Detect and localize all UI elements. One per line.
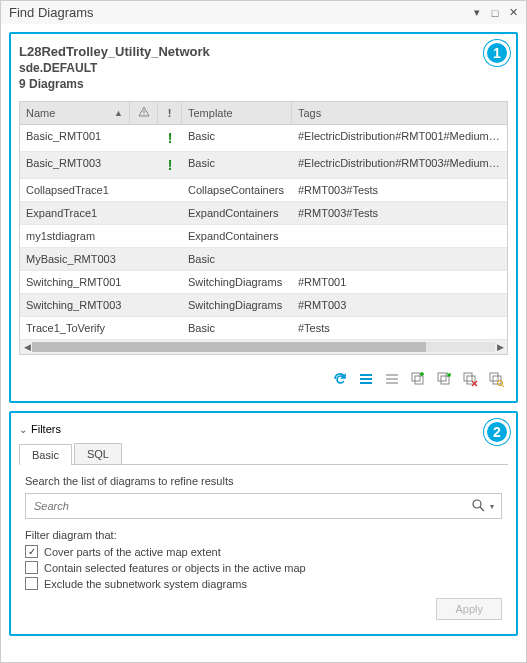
tab-basic[interactable]: Basic	[19, 444, 72, 465]
cell-tags: #ElectricDistribution#RMT003#Medium Volt…	[292, 152, 507, 178]
table-row[interactable]: my1stdiagramExpandContainers	[20, 225, 507, 248]
cell-name: MyBasic_RMT003	[20, 248, 130, 270]
cell-template: Basic	[182, 248, 292, 270]
cell-warning	[130, 152, 158, 178]
maximize-icon[interactable]: □	[488, 6, 502, 20]
filter-diagram-label: Filter diagram that:	[25, 529, 502, 541]
table-row[interactable]: Basic_RMT003!Basic#ElectricDistribution#…	[20, 152, 507, 179]
callout-badge-1: 1	[484, 40, 510, 66]
consistency-icon: !	[168, 107, 172, 119]
svg-rect-3	[360, 378, 372, 380]
table-row[interactable]: Switching_RMT001SwitchingDiagrams#RMT001	[20, 271, 507, 294]
cell-tags: #RMT003#Tests	[292, 202, 507, 224]
checkbox-selected-label: Contain selected features or objects in …	[44, 562, 306, 574]
cell-name: Basic_RMT003	[20, 152, 130, 178]
column-header-name[interactable]: Name ▲	[20, 102, 130, 124]
cell-warning	[130, 125, 158, 151]
close-icon[interactable]: ✕	[506, 6, 520, 20]
svg-point-18	[473, 500, 481, 508]
add-diagrams-button[interactable]	[408, 369, 428, 389]
table-row[interactable]: CollapsedTrace1CollapseContainers#RMT003…	[20, 179, 507, 202]
svg-point-1	[143, 114, 144, 115]
scroll-left-icon[interactable]: ◀	[22, 342, 32, 352]
cell-warning	[130, 271, 158, 293]
network-name: L28RedTrolley_Utility_Network	[19, 44, 508, 59]
window-title: Find Diagrams	[9, 5, 466, 20]
column-header-warning[interactable]	[130, 102, 158, 124]
dropdown-icon[interactable]: ▾	[470, 6, 484, 20]
filters-title: Filters	[31, 423, 61, 435]
cell-name: my1stdiagram	[20, 225, 130, 247]
scroll-track[interactable]	[32, 342, 495, 352]
cell-consistency	[158, 179, 182, 201]
cell-name: Switching_RMT003	[20, 294, 130, 316]
checkbox-row-exclude[interactable]: Exclude the subnetwork system diagrams	[25, 577, 502, 590]
scroll-right-icon[interactable]: ▶	[495, 342, 505, 352]
cell-name: CollapsedTrace1	[20, 179, 130, 201]
cell-template: Basic	[182, 317, 292, 339]
checkbox-row-extent[interactable]: ✓ Cover parts of the active map extent	[25, 545, 502, 558]
search-dropdown-icon[interactable]: ▾	[487, 502, 497, 511]
cell-consistency	[158, 317, 182, 339]
cell-template: SwitchingDiagrams	[182, 294, 292, 316]
search-input[interactable]	[30, 496, 469, 516]
checkbox-exclude-label: Exclude the subnetwork system diagrams	[44, 578, 247, 590]
zoom-diagrams-button[interactable]	[486, 369, 506, 389]
checkbox-selected[interactable]	[25, 561, 38, 574]
cell-tags	[292, 248, 507, 270]
checkbox-row-selected[interactable]: Contain selected features or objects in …	[25, 561, 502, 574]
column-header-tags-label: Tags	[298, 107, 321, 119]
filters-header[interactable]: ⌄ Filters	[19, 421, 508, 441]
select-all-button[interactable]	[356, 369, 376, 389]
cell-warning	[130, 248, 158, 270]
svg-rect-7	[386, 382, 398, 384]
cell-template: Basic	[182, 125, 292, 151]
svg-rect-11	[441, 376, 449, 384]
cell-consistency: !	[158, 152, 182, 178]
apply-button[interactable]: Apply	[436, 598, 502, 620]
svg-rect-6	[386, 378, 398, 380]
cell-warning	[130, 317, 158, 339]
cell-consistency	[158, 294, 182, 316]
cell-name: Basic_RMT001	[20, 125, 130, 151]
sort-asc-icon: ▲	[114, 108, 123, 118]
find-diagrams-pane: Find Diagrams ▾ □ ✕ 1 L28RedTrolley_Util…	[0, 0, 527, 663]
horizontal-scrollbar[interactable]: ◀ ▶	[20, 340, 507, 354]
cell-template: CollapseContainers	[182, 179, 292, 201]
chevron-down-icon: ⌄	[19, 424, 27, 435]
refresh-button[interactable]	[330, 369, 350, 389]
cell-consistency	[158, 248, 182, 270]
cell-tags	[292, 225, 507, 247]
svg-rect-8	[412, 373, 420, 381]
column-header-template[interactable]: Template	[182, 102, 292, 124]
svg-rect-4	[360, 382, 372, 384]
svg-rect-12	[464, 373, 472, 381]
version-name: sde.DEFAULT	[19, 61, 508, 75]
clear-selection-button[interactable]	[382, 369, 402, 389]
cell-warning	[130, 294, 158, 316]
grid-body: Basic_RMT001!Basic#ElectricDistribution#…	[20, 125, 507, 340]
svg-rect-14	[490, 373, 498, 381]
cell-template: ExpandContainers	[182, 225, 292, 247]
table-row[interactable]: Switching_RMT003SwitchingDiagrams#RMT003	[20, 294, 507, 317]
table-row[interactable]: ExpandTrace1ExpandContainers#RMT003#Test…	[20, 202, 507, 225]
open-diagrams-button[interactable]	[434, 369, 454, 389]
diagram-grid: Name ▲ ! Template Tags	[19, 101, 508, 355]
checkbox-extent[interactable]: ✓	[25, 545, 38, 558]
delete-diagrams-button[interactable]	[460, 369, 480, 389]
table-row[interactable]: Trace1_ToVerifyBasic#Tests	[20, 317, 507, 340]
table-row[interactable]: Basic_RMT001!Basic#ElectricDistribution#…	[20, 125, 507, 152]
content-area: 1 L28RedTrolley_Utility_Network sde.DEFA…	[1, 24, 526, 662]
tab-sql[interactable]: SQL	[74, 443, 122, 464]
search-icon[interactable]	[469, 499, 487, 514]
table-row[interactable]: MyBasic_RMT003Basic	[20, 248, 507, 271]
cell-consistency: !	[158, 125, 182, 151]
warning-icon	[138, 106, 150, 120]
column-header-tags[interactable]: Tags	[292, 102, 507, 124]
cell-tags: #Tests	[292, 317, 507, 339]
scroll-thumb[interactable]	[32, 342, 426, 352]
cell-warning	[130, 179, 158, 201]
checkbox-exclude[interactable]	[25, 577, 38, 590]
column-header-consistency[interactable]: !	[158, 102, 182, 124]
svg-rect-5	[386, 374, 398, 376]
